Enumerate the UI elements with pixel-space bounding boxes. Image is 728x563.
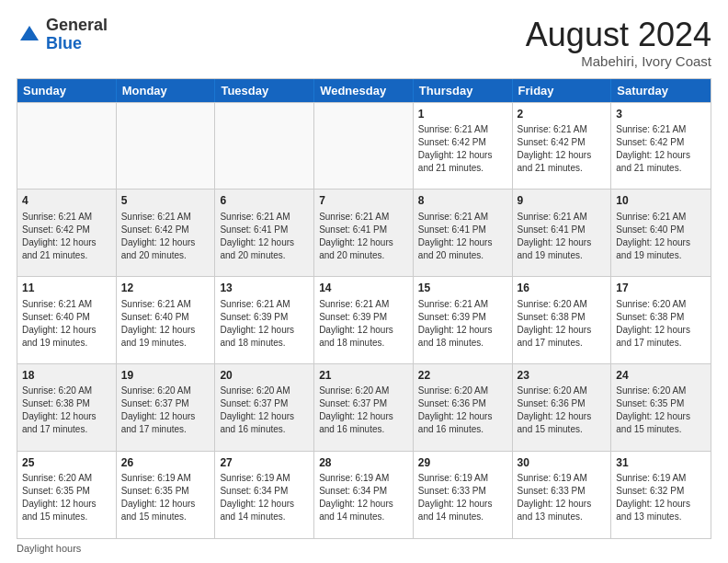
day-info: Sunrise: 6:21 AMSunset: 6:40 PMDaylight:… bbox=[616, 211, 706, 262]
day-info: Sunrise: 6:21 AMSunset: 6:40 PMDaylight:… bbox=[22, 298, 111, 350]
day-info: Sunrise: 6:20 AMSunset: 6:35 PMDaylight:… bbox=[616, 385, 706, 436]
day-number: 21 bbox=[319, 368, 408, 383]
cal-header-thursday: Thursday bbox=[414, 79, 513, 102]
day-info: Sunrise: 6:21 AMSunset: 6:42 PMDaylight:… bbox=[121, 211, 210, 262]
day-number: 17 bbox=[616, 281, 706, 295]
day-number: 31 bbox=[616, 455, 706, 470]
day-info: Sunrise: 6:20 AMSunset: 6:37 PMDaylight:… bbox=[121, 385, 210, 436]
day-info: Sunrise: 6:21 AMSunset: 6:41 PMDaylight:… bbox=[319, 211, 408, 262]
day-number: 16 bbox=[518, 281, 607, 295]
cal-cell: 16Sunrise: 6:20 AMSunset: 6:38 PMDayligh… bbox=[513, 277, 612, 363]
title-location: Mabehiri, Ivory Coast bbox=[526, 53, 711, 69]
day-number: 3 bbox=[616, 107, 706, 121]
day-info: Sunrise: 6:20 AMSunset: 6:36 PMDaylight:… bbox=[518, 385, 607, 436]
day-number: 24 bbox=[616, 368, 706, 383]
day-number: 15 bbox=[418, 281, 507, 295]
day-number: 14 bbox=[319, 281, 408, 295]
cal-week-4: 25Sunrise: 6:20 AMSunset: 6:35 PMDayligh… bbox=[17, 451, 711, 538]
cal-cell: 10Sunrise: 6:21 AMSunset: 6:40 PMDayligh… bbox=[611, 190, 711, 276]
day-info: Sunrise: 6:21 AMSunset: 6:39 PMDaylight:… bbox=[418, 298, 507, 350]
logo-icon bbox=[17, 22, 42, 48]
day-info: Sunrise: 6:20 AMSunset: 6:37 PMDaylight:… bbox=[220, 385, 309, 436]
day-info: Sunrise: 6:21 AMSunset: 6:41 PMDaylight:… bbox=[220, 211, 309, 262]
cal-cell: 14Sunrise: 6:21 AMSunset: 6:39 PMDayligh… bbox=[314, 277, 414, 363]
day-info: Sunrise: 6:20 AMSunset: 6:36 PMDaylight:… bbox=[418, 385, 507, 436]
header: General Blue August 2024 Mabehiri, Ivory… bbox=[17, 17, 711, 69]
cal-cell: 9Sunrise: 6:21 AMSunset: 6:41 PMDaylight… bbox=[513, 190, 612, 276]
logo-general-text: General bbox=[46, 16, 108, 34]
day-info: Sunrise: 6:19 AMSunset: 6:34 PMDaylight:… bbox=[220, 472, 309, 523]
day-number: 5 bbox=[121, 193, 210, 208]
day-number: 12 bbox=[121, 281, 210, 295]
calendar: SundayMondayTuesdayWednesdayThursdayFrid… bbox=[17, 78, 711, 539]
footer-note: Daylight hours bbox=[17, 539, 711, 554]
day-info: Sunrise: 6:19 AMSunset: 6:33 PMDaylight:… bbox=[518, 472, 607, 523]
cal-header-monday: Monday bbox=[117, 79, 216, 102]
day-info: Sunrise: 6:21 AMSunset: 6:42 PMDaylight:… bbox=[616, 123, 706, 175]
day-number: 20 bbox=[220, 368, 309, 383]
logo: General Blue bbox=[17, 17, 108, 53]
day-number: 8 bbox=[418, 193, 507, 208]
day-number: 22 bbox=[418, 368, 507, 383]
cal-cell bbox=[314, 103, 414, 190]
day-info: Sunrise: 6:21 AMSunset: 6:39 PMDaylight:… bbox=[319, 298, 408, 350]
calendar-body: 1Sunrise: 6:21 AMSunset: 6:42 PMDaylight… bbox=[17, 102, 711, 538]
cal-cell: 5Sunrise: 6:21 AMSunset: 6:42 PMDaylight… bbox=[117, 190, 216, 276]
day-number: 7 bbox=[319, 193, 408, 208]
day-number: 28 bbox=[319, 455, 408, 470]
day-info: Sunrise: 6:19 AMSunset: 6:33 PMDaylight:… bbox=[418, 472, 507, 523]
logo-blue-text: Blue bbox=[46, 34, 82, 52]
cal-cell: 24Sunrise: 6:20 AMSunset: 6:35 PMDayligh… bbox=[611, 364, 711, 451]
cal-cell: 1Sunrise: 6:21 AMSunset: 6:42 PMDaylight… bbox=[414, 103, 513, 190]
day-number: 30 bbox=[518, 455, 607, 470]
day-info: Sunrise: 6:19 AMSunset: 6:35 PMDaylight:… bbox=[121, 472, 210, 523]
cal-cell: 4Sunrise: 6:21 AMSunset: 6:42 PMDaylight… bbox=[17, 190, 117, 276]
day-info: Sunrise: 6:21 AMSunset: 6:41 PMDaylight:… bbox=[418, 211, 507, 262]
title-block: August 2024 Mabehiri, Ivory Coast bbox=[526, 17, 711, 69]
day-info: Sunrise: 6:21 AMSunset: 6:39 PMDaylight:… bbox=[220, 298, 309, 350]
cal-cell: 25Sunrise: 6:20 AMSunset: 6:35 PMDayligh… bbox=[17, 452, 117, 538]
cal-header-tuesday: Tuesday bbox=[215, 79, 314, 102]
cal-header-saturday: Saturday bbox=[611, 79, 711, 102]
cal-cell: 13Sunrise: 6:21 AMSunset: 6:39 PMDayligh… bbox=[215, 277, 314, 363]
cal-cell bbox=[215, 103, 314, 190]
cal-cell: 18Sunrise: 6:20 AMSunset: 6:38 PMDayligh… bbox=[17, 364, 117, 451]
cal-cell: 17Sunrise: 6:20 AMSunset: 6:38 PMDayligh… bbox=[611, 277, 711, 363]
day-number: 1 bbox=[418, 107, 507, 121]
cal-cell: 31Sunrise: 6:19 AMSunset: 6:32 PMDayligh… bbox=[611, 452, 711, 538]
cal-week-0: 1Sunrise: 6:21 AMSunset: 6:42 PMDaylight… bbox=[17, 102, 711, 190]
day-info: Sunrise: 6:20 AMSunset: 6:37 PMDaylight:… bbox=[319, 385, 408, 436]
day-number: 9 bbox=[518, 193, 607, 208]
cal-header-sunday: Sunday bbox=[17, 79, 117, 102]
cal-cell: 2Sunrise: 6:21 AMSunset: 6:42 PMDaylight… bbox=[513, 103, 612, 190]
day-info: Sunrise: 6:21 AMSunset: 6:42 PMDaylight:… bbox=[518, 123, 607, 175]
day-info: Sunrise: 6:20 AMSunset: 6:35 PMDaylight:… bbox=[22, 472, 111, 523]
cal-cell: 3Sunrise: 6:21 AMSunset: 6:42 PMDaylight… bbox=[611, 103, 711, 190]
day-info: Sunrise: 6:20 AMSunset: 6:38 PMDaylight:… bbox=[518, 298, 607, 350]
cal-cell: 6Sunrise: 6:21 AMSunset: 6:41 PMDaylight… bbox=[215, 190, 314, 276]
page: General Blue August 2024 Mabehiri, Ivory… bbox=[0, 0, 728, 563]
day-number: 11 bbox=[22, 281, 111, 295]
day-info: Sunrise: 6:20 AMSunset: 6:38 PMDaylight:… bbox=[22, 385, 111, 436]
cal-cell bbox=[117, 103, 216, 190]
title-month: August 2024 bbox=[526, 17, 711, 53]
day-info: Sunrise: 6:19 AMSunset: 6:32 PMDaylight:… bbox=[616, 472, 706, 523]
day-number: 4 bbox=[22, 193, 111, 208]
day-number: 26 bbox=[121, 455, 210, 470]
day-number: 23 bbox=[518, 368, 607, 383]
cal-header-friday: Friday bbox=[513, 79, 612, 102]
cal-cell bbox=[17, 103, 117, 190]
day-number: 13 bbox=[220, 281, 309, 295]
day-info: Sunrise: 6:21 AMSunset: 6:42 PMDaylight:… bbox=[418, 123, 507, 175]
cal-week-3: 18Sunrise: 6:20 AMSunset: 6:38 PMDayligh… bbox=[17, 363, 711, 451]
cal-cell: 23Sunrise: 6:20 AMSunset: 6:36 PMDayligh… bbox=[513, 364, 612, 451]
day-number: 25 bbox=[22, 455, 111, 470]
cal-cell: 19Sunrise: 6:20 AMSunset: 6:37 PMDayligh… bbox=[117, 364, 216, 451]
cal-cell: 21Sunrise: 6:20 AMSunset: 6:37 PMDayligh… bbox=[314, 364, 414, 451]
calendar-header-row: SundayMondayTuesdayWednesdayThursdayFrid… bbox=[17, 79, 711, 102]
cal-cell: 29Sunrise: 6:19 AMSunset: 6:33 PMDayligh… bbox=[414, 452, 513, 538]
cal-cell: 28Sunrise: 6:19 AMSunset: 6:34 PMDayligh… bbox=[314, 452, 414, 538]
day-info: Sunrise: 6:20 AMSunset: 6:38 PMDaylight:… bbox=[616, 298, 706, 350]
day-number: 18 bbox=[22, 368, 111, 383]
logo-text: General Blue bbox=[46, 17, 108, 53]
